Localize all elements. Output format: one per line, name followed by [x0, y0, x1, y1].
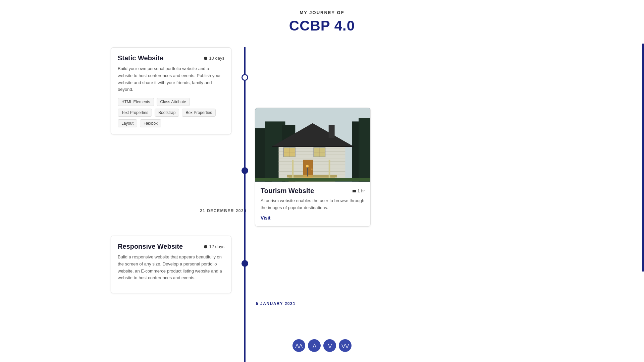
tag-text-properties: Text Properties — [118, 109, 152, 117]
tag-flexbox: Flexbox — [140, 119, 161, 127]
tourism-card-header: Tourism Website 1 hr — [261, 187, 365, 195]
static-tags-container: HTML Elements Class Attribute Text Prope… — [118, 98, 224, 127]
timeline-node-3 — [241, 260, 248, 267]
scroll-indicator — [642, 44, 644, 272]
svg-rect-29 — [292, 160, 293, 178]
timeline-line — [244, 47, 246, 362]
tourism-card-description: A tourism website enables the user to br… — [261, 197, 365, 212]
svg-rect-34 — [303, 160, 313, 178]
duration-dot-icon — [204, 57, 207, 60]
tourism-card-title: Tourism Website — [261, 187, 314, 195]
svg-rect-5 — [359, 118, 370, 181]
responsive-card-duration: 12 days — [204, 244, 224, 249]
svg-point-36 — [306, 165, 309, 168]
scroll-top-button[interactable]: ⋀⋀ — [292, 339, 305, 352]
duration-rect-icon — [353, 190, 356, 192]
scroll-up-button[interactable]: ⋀ — [308, 339, 321, 352]
timeline-node-1 — [241, 74, 248, 81]
static-website-card: Static Website 10 days Build your own pe… — [111, 47, 231, 134]
responsive-card-description: Build a responsive website that appears … — [118, 254, 224, 282]
tag-bootstrap: Bootstrap — [155, 109, 179, 117]
responsive-card-header: Responsive Website 12 days — [118, 243, 224, 250]
responsive-card-title: Responsive Website — [118, 243, 183, 250]
tag-box-properties: Box Properties — [182, 109, 216, 117]
chevron-double-down-icon: ⋁⋁ — [341, 343, 349, 348]
scroll-down-button[interactable]: ⋁ — [323, 339, 336, 352]
date-dec-21: 21 DECEMBER 2020 — [200, 208, 247, 213]
tag-layout: Layout — [118, 119, 137, 127]
svg-rect-18 — [329, 125, 335, 138]
static-card-title: Static Website — [118, 54, 163, 62]
nav-buttons: ⋀⋀ ⋀ ⋁ ⋁⋁ — [292, 339, 352, 352]
tag-class-attribute: Class Attribute — [157, 98, 190, 106]
tourism-card-duration: 1 hr — [353, 188, 365, 193]
chevron-down-icon: ⋁ — [328, 343, 332, 348]
svg-rect-32 — [284, 148, 295, 157]
chevron-up-icon: ⋀ — [313, 343, 316, 348]
page-header: MY JOURNEY OF CCBP 4.0 — [0, 0, 644, 34]
tourism-card-body: Tourism Website 1 hr A tourism website e… — [255, 182, 370, 226]
main-title: CCBP 4.0 — [0, 18, 644, 34]
static-card-header: Static Website 10 days — [118, 54, 224, 62]
timeline-container: 10 DECEMBER 2020 21 DECEMBER 2020 5 JANU… — [0, 47, 644, 362]
subtitle: MY JOURNEY OF — [0, 10, 644, 15]
tourism-website-card: Tourism Website 1 hr A tourism website e… — [255, 108, 371, 227]
tag-html-elements: HTML Elements — [118, 98, 154, 106]
static-card-description: Build your own personal portfolio websit… — [118, 65, 224, 93]
tourism-visit-link[interactable]: Visit — [261, 215, 270, 221]
responsive-website-card: Responsive Website 12 days Build a respo… — [111, 236, 231, 293]
scroll-bottom-button[interactable]: ⋁⋁ — [339, 339, 352, 352]
duration-dot-icon-2 — [204, 245, 207, 248]
svg-rect-30 — [329, 160, 330, 178]
svg-rect-31 — [255, 178, 370, 181]
tourism-card-image — [255, 108, 370, 182]
chevron-double-up-icon: ⋀⋀ — [295, 343, 303, 348]
svg-rect-33 — [314, 148, 325, 157]
svg-rect-35 — [307, 167, 308, 177]
date-jan-5: 5 JANUARY 2021 — [256, 301, 296, 306]
static-card-duration: 10 days — [204, 56, 224, 61]
timeline-node-2 — [241, 167, 248, 174]
